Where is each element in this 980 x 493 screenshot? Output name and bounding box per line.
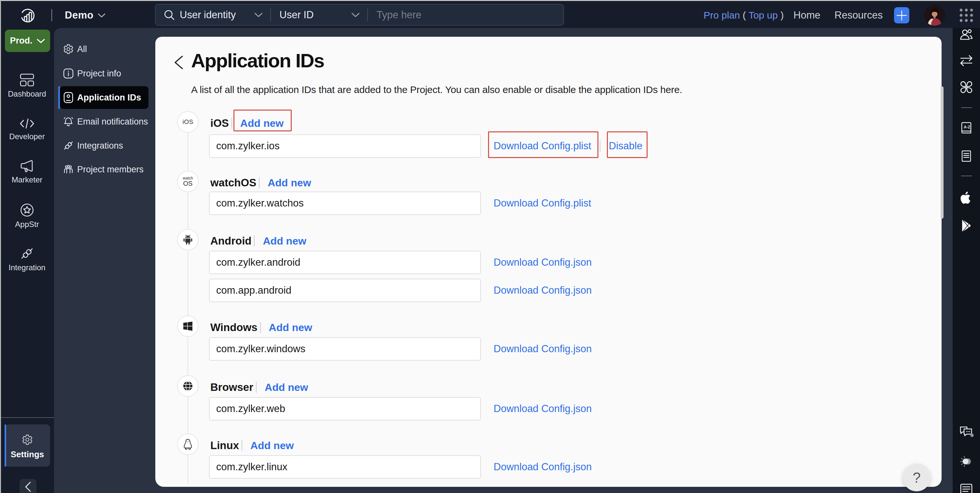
google-play-icon xyxy=(960,219,973,233)
sidebar-item-integration[interactable]: Integration xyxy=(0,247,54,272)
add-new-link-windows[interactable]: Add new xyxy=(269,322,312,334)
docs-button[interactable] xyxy=(953,150,980,163)
annotation-box-disable xyxy=(607,132,648,158)
menu-item-all[interactable]: All xyxy=(60,38,148,60)
header-divider xyxy=(254,235,255,246)
settings-active-indicator xyxy=(5,424,6,467)
plan-badge[interactable]: Pro plan ( Top up ) xyxy=(703,10,784,21)
swap-button[interactable] xyxy=(953,54,980,67)
extensions-button[interactable] xyxy=(953,80,980,94)
search-input[interactable] xyxy=(376,9,500,21)
apple-icon xyxy=(960,190,973,205)
sidebar-item-appstr[interactable]: AppStr xyxy=(0,203,54,229)
bell-icon xyxy=(63,116,74,127)
download-config-link[interactable]: Download Config.json xyxy=(493,285,592,296)
glossary-button[interactable]: A-Z xyxy=(953,122,980,135)
apptics-logo[interactable] xyxy=(20,8,35,24)
menu-item-project-info[interactable]: Project info xyxy=(60,62,148,85)
app-id-input[interactable] xyxy=(209,397,481,420)
page-description: A list of all the application IDs that a… xyxy=(191,84,682,95)
chevron-down-icon[interactable] xyxy=(351,12,360,18)
app-id-input[interactable] xyxy=(209,455,481,479)
app-id-input[interactable] xyxy=(209,251,481,274)
scrollbar-thumb[interactable] xyxy=(940,87,943,219)
globe-icon xyxy=(183,381,193,391)
project-selector[interactable]: Demo xyxy=(65,10,94,21)
plan-paren-open: ( xyxy=(743,10,746,21)
rail-divider xyxy=(961,107,972,108)
people-duo-icon xyxy=(959,29,973,42)
people-icon xyxy=(63,164,74,175)
sidebar-item-developer[interactable]: Developer xyxy=(0,118,54,141)
back-button[interactable] xyxy=(172,55,186,70)
sidebar-item-dashboard[interactable]: Dashboard xyxy=(0,73,54,98)
menu-item-project-members[interactable]: Project members xyxy=(60,158,148,181)
link-divider xyxy=(600,141,600,152)
download-config-link[interactable]: Download Config.json xyxy=(493,257,592,268)
apple-link-button[interactable] xyxy=(953,190,980,205)
search-field-select[interactable]: User ID xyxy=(279,9,313,21)
contacts-button[interactable] xyxy=(953,29,980,42)
platform-label: Browser xyxy=(210,381,253,393)
plus-icon xyxy=(896,10,907,21)
environment-selector[interactable]: Prod. xyxy=(5,30,50,52)
nav-home[interactable]: Home xyxy=(794,10,821,21)
section-header-linux: Linux Add new xyxy=(210,433,294,455)
user-avatar[interactable] xyxy=(924,5,945,26)
plan-name[interactable]: Pro plan xyxy=(703,10,740,21)
ios-circle-label: iOS xyxy=(182,118,193,125)
news-button[interactable] xyxy=(953,483,980,493)
platform-label: iOS xyxy=(210,117,229,130)
search-category-select[interactable]: User identity xyxy=(180,9,236,21)
plug-icon xyxy=(20,247,34,260)
collapse-sidebar-button[interactable] xyxy=(19,479,37,493)
download-config-link[interactable]: Download Config.json xyxy=(493,461,592,473)
help-button[interactable]: ? xyxy=(903,464,931,491)
chevron-down-icon[interactable] xyxy=(254,12,263,18)
sidebar-item-marketer[interactable]: Marketer xyxy=(0,160,54,184)
add-new-link-browser[interactable]: Add new xyxy=(265,382,308,393)
search-bar[interactable]: User identity User ID xyxy=(155,4,564,26)
section-header-windows: Windows Add new xyxy=(210,315,312,337)
left-sidebar: Prod. Dashboard Developer Marketer AppSt… xyxy=(0,28,54,493)
windows-icon xyxy=(183,321,193,331)
header-divider xyxy=(260,322,261,333)
header-divider xyxy=(259,177,259,188)
sidebar-item-settings[interactable]: Settings xyxy=(5,424,50,467)
menu-item-email-notifications[interactable]: Email notifications xyxy=(60,110,148,133)
platform-label: Windows xyxy=(210,321,258,334)
list-icon xyxy=(959,483,973,493)
section-header-watchos: watchOS Add new xyxy=(210,171,311,192)
chevron-down-icon[interactable] xyxy=(97,13,106,18)
nav-resources[interactable]: Resources xyxy=(834,10,883,21)
app-id-input[interactable] xyxy=(209,134,481,158)
appstore-icon xyxy=(20,203,34,217)
header-divider xyxy=(231,118,232,129)
menu-item-integrations[interactable]: Integrations xyxy=(60,134,148,157)
window-edge xyxy=(0,0,1,493)
az-label: A-Z xyxy=(964,125,970,130)
add-new-link-linux[interactable]: Add new xyxy=(250,440,294,452)
add-new-link-android[interactable]: Add new xyxy=(263,235,306,247)
annotation-box-download xyxy=(488,132,598,158)
app-id-input[interactable] xyxy=(209,337,481,361)
download-config-link[interactable]: Download Config.plist xyxy=(493,197,591,209)
platform-circle-watchos: watch OS xyxy=(177,171,199,192)
add-button[interactable] xyxy=(894,7,909,24)
theme-toggle-button[interactable] xyxy=(953,454,980,469)
app-id-input[interactable] xyxy=(209,279,481,302)
platform-circle-linux xyxy=(177,433,199,455)
app-actions-row: Download Config.json xyxy=(493,337,592,361)
download-config-link[interactable]: Download Config.json xyxy=(493,403,592,415)
header-divider xyxy=(256,382,256,393)
download-config-link[interactable]: Download Config.json xyxy=(493,343,592,355)
apps-grid-icon[interactable] xyxy=(959,8,974,22)
plug-link-icon xyxy=(63,140,74,151)
dashboard-icon xyxy=(20,73,34,87)
add-new-link-watchos[interactable]: Add new xyxy=(267,177,311,189)
menu-item-application-ids[interactable]: Application IDs xyxy=(60,86,148,109)
app-id-input[interactable] xyxy=(209,192,481,215)
topup-link[interactable]: Top up xyxy=(749,10,778,21)
play-link-button[interactable] xyxy=(953,219,980,233)
feedback-button[interactable] xyxy=(953,425,980,439)
